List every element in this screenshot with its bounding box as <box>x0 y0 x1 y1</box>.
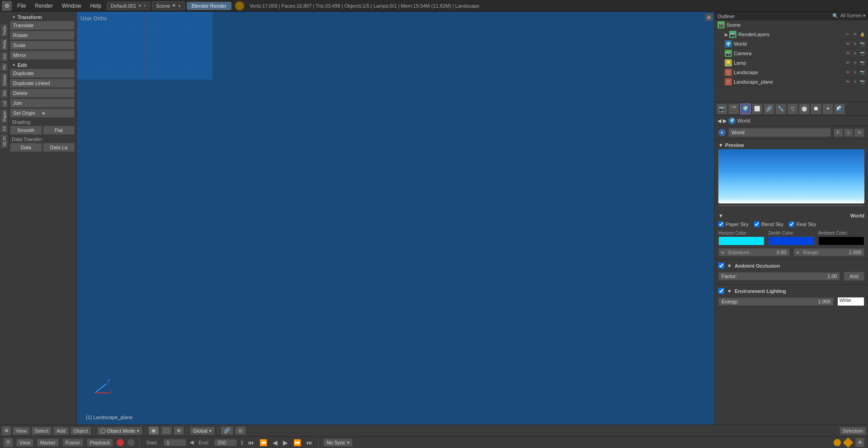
delete-btn[interactable]: Delete <box>10 89 75 98</box>
play-reverse-btn[interactable]: ◀ <box>272 439 278 446</box>
timeline-frame-menu[interactable]: Frame <box>62 439 83 447</box>
translate-btn[interactable]: Translate <box>10 21 75 30</box>
workspace-close[interactable]: ✕ <box>138 3 142 8</box>
tab-paper[interactable]: Paper <box>0 108 8 124</box>
prop-data-icon[interactable]: ▽ <box>787 104 798 114</box>
blend-sky-item[interactable]: Blend Sky <box>754 222 784 227</box>
world-f-btn[interactable]: F <box>834 128 843 137</box>
viewport-persp-btn[interactable]: ⬚ <box>161 426 172 435</box>
ao-add-btn[interactable]: Add <box>844 272 864 281</box>
landscape-vis-icon[interactable]: 👁 <box>844 69 851 75</box>
set-origin-btn[interactable]: Set Origin ▶ <box>10 108 75 118</box>
prop-modifiers-icon[interactable]: 🔧 <box>775 104 786 114</box>
jump-end-btn[interactable]: ⏭ <box>306 439 314 446</box>
landscape-plane-ren-icon[interactable]: 📷 <box>859 79 865 85</box>
data-btn[interactable]: Data <box>10 143 42 152</box>
pin-btn[interactable] <box>127 439 135 446</box>
add-menu[interactable]: Add <box>53 427 69 435</box>
world-vis-icon[interactable]: 👁 <box>844 41 851 47</box>
world-sel-icon[interactable]: 🖱 <box>852 41 858 47</box>
view-menu[interactable]: View <box>13 427 30 435</box>
prev-frame-btn[interactable]: ⏪ <box>259 439 268 446</box>
flat-btn[interactable]: Flat <box>43 126 75 135</box>
renderlayers-vis-icon[interactable]: 👁 <box>852 31 858 38</box>
landscape-ren-icon[interactable]: 📷 <box>859 69 865 75</box>
end-field[interactable] <box>214 439 237 446</box>
proportional-btn[interactable]: ◎ <box>235 426 246 435</box>
tab-3dpr[interactable]: 3D Pr <box>0 134 8 149</box>
tab-ph[interactable]: Ph <box>0 62 8 72</box>
prop-material-icon[interactable]: ⬤ <box>799 104 810 114</box>
prop-physics-icon[interactable]: 🌊 <box>834 104 845 114</box>
prop-particles-icon[interactable]: ✦ <box>822 104 833 114</box>
ao-enabled-checkbox[interactable] <box>718 263 724 269</box>
tab-ani[interactable]: Ani <box>0 52 8 62</box>
lamp-sel-icon[interactable]: 🖱 <box>852 60 858 66</box>
snap-btn[interactable]: 🔗 <box>221 426 233 435</box>
tab-greas[interactable]: Greas <box>0 72 8 88</box>
play-btn[interactable]: ▶ <box>282 439 289 446</box>
menu-render[interactable]: Render <box>31 2 56 10</box>
outliner-item-renderlayers[interactable]: ▶ 📷 RenderLayers ✏ 👁 🔒 <box>715 30 868 39</box>
global-select[interactable]: Global ▾ <box>190 427 215 435</box>
duplicate-linked-btn[interactable]: Duplicate Linked <box>10 79 75 88</box>
scale-btn[interactable]: Scale <box>10 41 75 50</box>
lamp-ren-icon[interactable]: 📷 <box>859 60 865 66</box>
env-header[interactable]: ▼ Environment Lighting <box>718 287 864 295</box>
prop-object-icon[interactable]: ⬜ <box>752 104 763 114</box>
world-name-input[interactable] <box>728 128 831 137</box>
timeline-marker-menu[interactable]: Marker <box>37 439 59 447</box>
prop-texture-icon[interactable]: 🔲 <box>811 104 821 114</box>
real-sky-item[interactable]: Real Sky <box>789 222 816 227</box>
outliner-item-lamp[interactable]: 💡 Lamp 👁 🖱 📷 <box>715 58 868 68</box>
object-mode-select[interactable]: ◯ Object Mode ▾ <box>97 427 142 435</box>
env-energy-field[interactable]: Energy: 1.000 <box>718 297 834 306</box>
outliner-item-scene[interactable]: 🎬 Scene <box>715 20 868 30</box>
transform-section-header[interactable]: ▼ Transform <box>10 14 75 21</box>
timeline-icon[interactable]: ⏱ <box>4 438 13 447</box>
prop-constraints-icon[interactable]: 🔗 <box>764 104 774 114</box>
world-section-title[interactable]: ▼ World <box>718 212 864 220</box>
outliner-search-icon[interactable]: 🔍 <box>832 13 839 19</box>
scene-tab[interactable]: Scene ✕ + <box>152 1 185 10</box>
ao-header[interactable]: ▼ Ambient Occlusion <box>718 261 864 270</box>
selection-mode-btn[interactable]: Selection <box>840 427 866 435</box>
preview-title[interactable]: ▼ Preview <box>718 141 864 149</box>
scene-add[interactable]: + <box>178 3 180 9</box>
prop-render-icon[interactable]: 📷 <box>717 104 727 114</box>
viewport-shade-btn[interactable]: ◉ <box>148 426 159 435</box>
outliner-all-scenes[interactable]: All Scenes ▾ <box>840 13 865 19</box>
exposure-left-arrow[interactable]: ◀ <box>719 249 726 255</box>
viewport-settings-icon[interactable]: ⚙ <box>2 426 11 435</box>
landscape-sel-icon[interactable]: 🖱 <box>852 69 858 75</box>
tab-la[interactable]: La <box>0 99 8 108</box>
viewport-pivot-btn[interactable]: ⊕ <box>174 426 184 435</box>
world-new-btn[interactable]: + <box>844 128 853 137</box>
paper-sky-checkbox[interactable] <box>718 222 724 227</box>
camera-sel-icon[interactable]: 🖱 <box>852 50 858 57</box>
prop-scene-icon[interactable]: 🎬 <box>728 104 739 114</box>
start-field[interactable] <box>164 439 186 446</box>
nav-icon-left[interactable]: ◀ <box>717 118 721 124</box>
camera-ren-icon[interactable]: 📷 <box>859 50 865 57</box>
range-field[interactable]: ◀ Range: 1.000 <box>793 248 865 256</box>
join-btn[interactable]: Join <box>10 99 75 108</box>
renderlayers-lock-icon[interactable]: 🔒 <box>859 31 865 38</box>
env-color-swatch[interactable]: White <box>837 297 864 306</box>
duplicate-btn[interactable]: Duplicate <box>10 69 75 78</box>
env-enabled-checkbox[interactable] <box>718 288 724 294</box>
smooth-btn[interactable]: Smooth <box>10 126 42 135</box>
sync-select[interactable]: No Sync ▾ <box>323 439 353 447</box>
tab-fil[interactable]: Fil <box>0 124 8 133</box>
render-engine[interactable]: Blender Render <box>187 2 231 10</box>
menu-window[interactable]: Window <box>58 2 85 10</box>
tab-tools[interactable]: Tools <box>0 24 8 38</box>
viewport[interactable]: User Ortho ⊕ Y X (1) Landscape_plane <box>77 12 714 424</box>
lamp-vis-icon[interactable]: 👁 <box>844 60 851 66</box>
viewport-corner-btn[interactable]: ⊕ <box>705 14 712 21</box>
scene-close[interactable]: ✕ <box>172 3 176 9</box>
zenith-color-swatch[interactable] <box>768 236 814 245</box>
outliner-item-world[interactable]: 🌍 World 👁 🖱 📷 <box>715 39 868 49</box>
timeline-view-menu[interactable]: View <box>16 439 33 447</box>
outliner-item-camera[interactable]: 📷 Camera 👁 🖱 📷 <box>715 49 868 58</box>
